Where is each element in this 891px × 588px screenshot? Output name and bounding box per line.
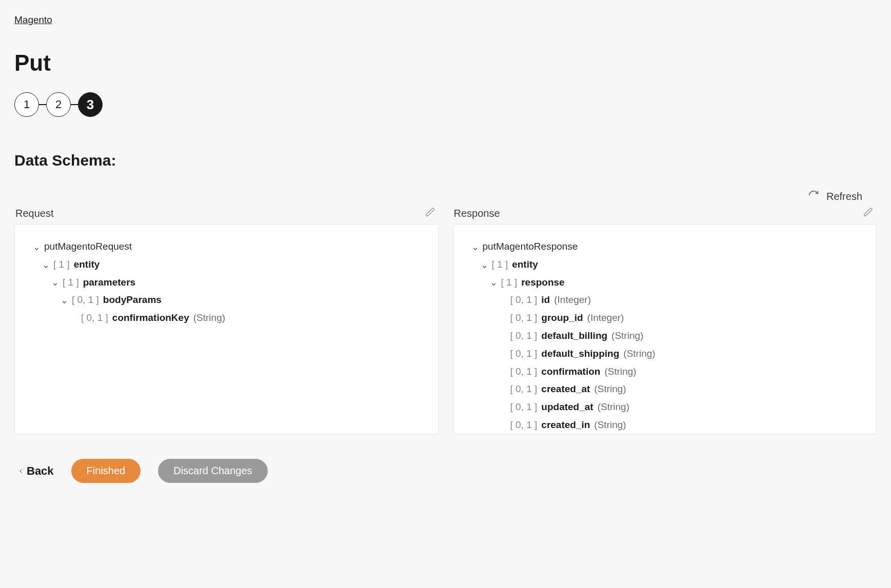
tree-cardinality: [ 1 ] bbox=[63, 277, 79, 289]
tree-row: [ 0, 1 ] id (Integer) bbox=[472, 291, 866, 309]
tree-node-name: default_shipping bbox=[541, 348, 619, 360]
step-3[interactable]: 3 bbox=[78, 92, 103, 117]
tree-node-type: (String) bbox=[594, 419, 626, 431]
chevron-down-icon[interactable] bbox=[481, 261, 488, 268]
tree-cardinality: [ 0, 1 ] bbox=[72, 294, 99, 306]
tree-node-name: bodyParams bbox=[103, 294, 162, 306]
tree-cardinality: [ 1 ] bbox=[492, 259, 508, 271]
tree-node-name: created_at bbox=[541, 383, 590, 395]
back-label: Back bbox=[27, 464, 54, 478]
request-panel-title: Request bbox=[15, 208, 54, 219]
finished-button[interactable]: Finished bbox=[71, 459, 141, 483]
tree-row: [ 0, 1 ] updated_at (String) bbox=[472, 398, 866, 416]
tree-node-type: (String) bbox=[611, 330, 643, 342]
tree-cardinality: [ 0, 1 ] bbox=[510, 401, 538, 413]
chevron-down-icon[interactable] bbox=[472, 244, 479, 250]
section-heading: Data Schema: bbox=[14, 152, 877, 169]
tree-row: [ 0, 1 ] created_at (String) bbox=[472, 380, 866, 398]
page-title: Put bbox=[14, 50, 877, 76]
tree-row: [ 0, 1 ] default_billing (String) bbox=[472, 327, 866, 345]
response-tree-panel: putMagentoResponse [ 1 ] entity[ 1 ] res… bbox=[453, 224, 877, 434]
tree-node-type: (String) bbox=[623, 348, 655, 360]
tree-row: [ 0, 1 ] confirmationKey (String) bbox=[33, 309, 428, 327]
tree-node-name: updated_at bbox=[541, 401, 593, 413]
tree-node-type: (String) bbox=[604, 366, 636, 378]
tree-node-type: (Integer) bbox=[587, 312, 624, 324]
tree-row[interactable]: [ 1 ] response bbox=[472, 274, 866, 292]
tree-node-name: default_billing bbox=[541, 330, 607, 342]
tree-cardinality: [ 1 ] bbox=[501, 277, 518, 289]
tree-indent-spacer bbox=[500, 422, 506, 429]
refresh-icon[interactable] bbox=[808, 190, 819, 203]
tree-node-name: confirmationKey bbox=[112, 312, 189, 324]
tree-root-row[interactable]: putMagentoRequest bbox=[33, 238, 428, 256]
tree-cardinality: [ 0, 1 ] bbox=[510, 383, 538, 395]
tree-node-name: confirmation bbox=[541, 366, 600, 378]
tree-node-type: (Integer) bbox=[554, 294, 591, 306]
tree-cardinality: [ 1 ] bbox=[53, 259, 70, 271]
tree-row: [ 0, 1 ] group_id (Integer) bbox=[472, 309, 866, 327]
tree-node-name: parameters bbox=[83, 277, 135, 289]
tree-cardinality: [ 0, 1 ] bbox=[510, 366, 538, 378]
tree-node-name: entity bbox=[512, 259, 538, 271]
tree-indent-spacer bbox=[500, 351, 506, 357]
tree-indent-spacer bbox=[500, 297, 506, 303]
tree-node-name: response bbox=[521, 277, 564, 289]
tree-indent-spacer bbox=[500, 315, 506, 321]
tree-cardinality: [ 0, 1 ] bbox=[510, 294, 538, 306]
tree-node-name: putMagentoResponse bbox=[483, 241, 578, 253]
tree-node-name: putMagentoRequest bbox=[44, 241, 132, 253]
tree-row[interactable]: [ 1 ] entity bbox=[472, 256, 866, 274]
tree-cardinality: [ 0, 1 ] bbox=[81, 312, 108, 324]
stepper: 1 2 3 bbox=[14, 92, 877, 117]
breadcrumb-link[interactable]: Magento bbox=[14, 14, 52, 26]
discard-changes-button[interactable]: Discard Changes bbox=[158, 459, 267, 483]
refresh-button[interactable]: Refresh bbox=[826, 191, 862, 202]
tree-node-type: (String) bbox=[594, 383, 626, 395]
tree-node-type: (String) bbox=[193, 312, 225, 324]
tree-node-name: group_id bbox=[541, 312, 583, 324]
tree-node-name: id bbox=[541, 294, 550, 306]
back-button[interactable]: Back bbox=[18, 464, 54, 478]
chevron-down-icon[interactable] bbox=[52, 279, 58, 286]
tree-row: [ 0, 1 ] default_shipping (String) bbox=[472, 345, 866, 363]
tree-cardinality: [ 0, 1 ] bbox=[510, 330, 538, 342]
chevron-down-icon[interactable] bbox=[61, 297, 68, 303]
step-2[interactable]: 2 bbox=[46, 92, 71, 117]
chevron-down-icon[interactable] bbox=[43, 261, 49, 268]
tree-row[interactable]: [ 0, 1 ] bodyParams bbox=[33, 291, 428, 309]
tree-cardinality: [ 0, 1 ] bbox=[510, 419, 538, 431]
response-panel-title: Response bbox=[454, 208, 500, 219]
step-1[interactable]: 1 bbox=[14, 92, 39, 117]
chevron-down-icon[interactable] bbox=[490, 279, 497, 286]
tree-row: [ 0, 1 ] confirmation (String) bbox=[472, 363, 866, 381]
chevron-down-icon[interactable] bbox=[33, 244, 40, 250]
step-connector bbox=[71, 104, 78, 105]
tree-node-name: entity bbox=[74, 259, 100, 271]
tree-indent-spacer bbox=[500, 368, 506, 375]
tree-node-name: created_in bbox=[541, 419, 590, 431]
tree-node-type: (String) bbox=[598, 401, 629, 413]
request-tree-panel: putMagentoRequest [ 1 ] entity[ 1 ] para… bbox=[14, 224, 439, 434]
tree-root-row[interactable]: putMagentoResponse bbox=[472, 238, 866, 256]
tree-indent-spacer bbox=[500, 333, 506, 339]
chevron-left-icon bbox=[18, 468, 24, 475]
tree-cardinality: [ 0, 1 ] bbox=[510, 312, 538, 324]
tree-cardinality: [ 0, 1 ] bbox=[510, 348, 538, 360]
step-connector bbox=[39, 104, 46, 105]
tree-indent-spacer bbox=[70, 315, 77, 321]
tree-row[interactable]: [ 1 ] entity bbox=[33, 256, 428, 274]
tree-row: [ 0, 1 ] created_in (String) bbox=[472, 416, 866, 434]
tree-indent-spacer bbox=[500, 386, 506, 393]
edit-request-icon[interactable] bbox=[425, 207, 435, 220]
tree-row[interactable]: [ 1 ] parameters bbox=[33, 274, 428, 292]
tree-indent-spacer bbox=[500, 404, 506, 411]
edit-response-icon[interactable] bbox=[863, 207, 874, 220]
